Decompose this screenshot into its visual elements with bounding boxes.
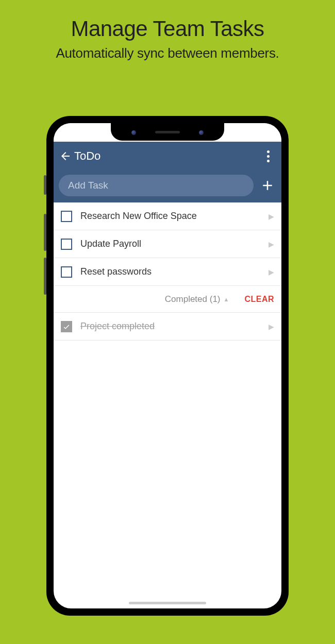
- chevron-right-icon: ▶: [269, 240, 274, 248]
- app-bar: ToDo: [54, 142, 281, 171]
- phone-volume-down: [44, 258, 46, 295]
- add-task-input[interactable]: [59, 175, 254, 196]
- task-label: Research New Office Space: [80, 211, 269, 222]
- speaker-grille: [155, 131, 180, 133]
- back-button[interactable]: [59, 149, 72, 163]
- add-task-bar: [54, 171, 281, 202]
- completed-section-header[interactable]: Completed (1) ▲ CLEAR: [54, 286, 281, 313]
- task-row[interactable]: Update Payroll ▶: [54, 230, 281, 258]
- chevron-up-icon: ▲: [224, 296, 229, 302]
- home-indicator: [129, 602, 206, 604]
- task-row[interactable]: Research New Office Space ▶: [54, 202, 281, 230]
- arrow-left-icon: [59, 150, 72, 162]
- chevron-right-icon: ▶: [269, 212, 274, 221]
- check-icon: [62, 323, 71, 331]
- promo-title: Manage Team Tasks: [0, 16, 335, 41]
- plus-icon: [260, 178, 275, 193]
- task-checkbox[interactable]: [61, 321, 72, 332]
- app-title: ToDo: [74, 149, 262, 163]
- dot-icon: [267, 160, 270, 162]
- task-checkbox[interactable]: [61, 211, 72, 222]
- phone-screen: ToDo Research New Office Space ▶: [54, 123, 281, 608]
- phone-volume-up: [44, 214, 46, 251]
- task-row[interactable]: Reset passwords ▶: [54, 258, 281, 286]
- task-checkbox[interactable]: [61, 266, 72, 278]
- task-label: Project completed: [80, 321, 269, 332]
- phone-frame: ToDo Research New Office Space ▶: [46, 116, 289, 616]
- task-checkbox[interactable]: [61, 239, 72, 250]
- camera-icon: [131, 130, 136, 135]
- overflow-menu-button[interactable]: [262, 146, 274, 166]
- completed-count-label: Completed (1): [165, 294, 221, 304]
- add-task-button[interactable]: [259, 177, 276, 194]
- promo-subtitle: Automatically sync between members.: [0, 45, 335, 61]
- sensor-icon: [199, 130, 204, 135]
- dot-icon: [267, 150, 270, 153]
- chevron-right-icon: ▶: [269, 323, 274, 331]
- task-row[interactable]: Project completed ▶: [54, 313, 281, 341]
- phone-notch: [111, 123, 224, 141]
- task-label: Reset passwords: [80, 266, 269, 277]
- dot-icon: [267, 155, 270, 158]
- task-list: Research New Office Space ▶ Update Payro…: [54, 202, 281, 341]
- chevron-right-icon: ▶: [269, 268, 274, 276]
- clear-button[interactable]: CLEAR: [244, 295, 274, 304]
- task-label: Update Payroll: [80, 239, 269, 249]
- phone-side-button: [44, 175, 46, 195]
